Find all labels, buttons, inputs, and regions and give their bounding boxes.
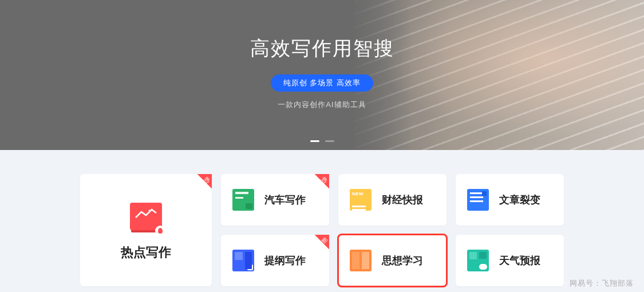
card-car-writing[interactable]: 热 汽车写作 [221,174,329,226]
card-article-split[interactable]: 文章裂变 [456,174,564,226]
carousel-dots[interactable] [310,140,334,142]
badge-hot: 热 [309,174,329,195]
card-hotspot-writing[interactable]: 热 热点写作 [80,174,212,286]
card-outline-writing[interactable]: 新 提纲写作 [221,235,329,286]
card-label: 天气预报 [499,254,540,267]
hero-title: 高效写作用智搜 [250,35,394,62]
layout-pen-icon [232,250,254,271]
carousel-dot[interactable] [310,140,319,142]
card-weather-forecast[interactable]: 天气预报 [456,235,564,286]
card-thought-study[interactable]: 思想学习 [338,235,447,286]
card-label: 汽车写作 [264,193,306,207]
card-label: 提纲写作 [264,254,306,267]
chart-fire-icon [130,203,162,230]
hero-subtitle: 一款内容创作AI辅助工具 [278,100,366,110]
weather-icon [467,250,489,271]
carousel-dot[interactable] [325,140,334,142]
card-finance-report[interactable]: 财经快报 [338,174,447,226]
card-label: 文章裂变 [499,193,540,207]
news-icon [350,189,372,211]
badge-hot: 热 [191,174,212,195]
book-icon [350,250,372,271]
card-label: 思想学习 [382,254,423,267]
hero-pill: 纯原创 多场景 高效率 [271,74,373,92]
hero-banner: 高效写作用智搜 纯原创 多场景 高效率 一款内容创作AI辅助工具 [0,0,644,150]
document-split-icon [467,189,489,211]
card-label: 财经快报 [382,193,423,207]
cards-section: 热 热点写作 热 汽车写作 财经快报 文章裂变 新 提纲写作 [0,150,644,286]
document-car-icon [232,189,254,211]
badge-new: 新 [309,235,329,255]
card-label: 热点写作 [121,244,171,261]
